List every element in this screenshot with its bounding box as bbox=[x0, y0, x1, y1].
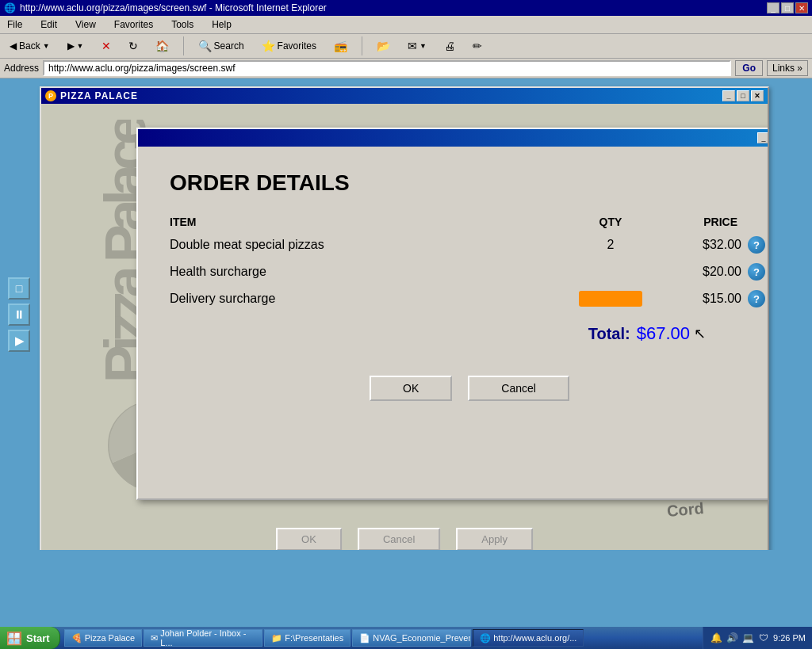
menu-view[interactable]: View bbox=[72, 17, 99, 32]
inbox-icon: ✉ bbox=[151, 633, 158, 643]
dialog-ok-button[interactable]: OK bbox=[370, 376, 452, 401]
order-row-health: Health surcharge $20.00 ? bbox=[170, 263, 768, 281]
home-button[interactable]: 🏠 bbox=[150, 37, 174, 55]
media-icon: 📻 bbox=[334, 40, 347, 52]
mail-dropdown-icon: ▼ bbox=[419, 42, 427, 50]
screen-wrapper: 🌐 http://www.aclu.org/pizza/images/scree… bbox=[0, 0, 812, 649]
forward-button[interactable]: ▶ ▼ bbox=[62, 38, 90, 54]
links-button[interactable]: Links » bbox=[767, 60, 808, 76]
ie-titlebar-left: 🌐 http://www.aclu.org/pizza/images/scree… bbox=[4, 2, 327, 13]
taskbar-item-pizza-palace[interactable]: 🍕 Pizza Palace bbox=[64, 629, 143, 647]
menu-tools[interactable]: Tools bbox=[168, 17, 197, 32]
order-item-1-qty: 2 bbox=[563, 238, 658, 252]
orange-bar-indicator bbox=[579, 291, 642, 307]
ie-maximize-btn[interactable]: □ bbox=[781, 2, 794, 13]
taskbar-item-nvag[interactable]: 📄 NVAG_Economie_Preven... bbox=[352, 629, 471, 647]
info-icon-pizza[interactable]: ? bbox=[748, 236, 765, 254]
taskbar-item-inbox[interactable]: ✉ Johan Polder - Inbox - L... bbox=[144, 629, 262, 647]
history-button[interactable]: 📂 bbox=[371, 37, 396, 55]
pizza-window-title: PIZZA PALACE bbox=[60, 90, 138, 101]
col-header-item: ITEM bbox=[170, 216, 563, 228]
pizza-window-controls: _ □ ✕ bbox=[722, 90, 764, 101]
mail-icon: ✉ bbox=[408, 40, 417, 52]
ie-addressbar: Address Go Links » bbox=[0, 59, 812, 78]
mail-button[interactable]: ✉ ▼ bbox=[402, 37, 432, 55]
search-button[interactable]: 🔍 Search bbox=[193, 37, 250, 55]
back-dropdown-icon: ▼ bbox=[43, 42, 50, 50]
ie-logo-icon: 🌐 bbox=[4, 2, 16, 13]
print-button[interactable]: 🖨 bbox=[439, 37, 461, 55]
pizza-titlebar: P PIZZA PALACE _ □ ✕ bbox=[41, 88, 768, 104]
pizza-content: Pizza Palace _ □ ✕ bbox=[41, 104, 768, 550]
taskbar-item-explorer[interactable]: 📁 F:\Presentaties bbox=[264, 629, 350, 647]
total-label: Total: bbox=[588, 325, 630, 343]
back-arrow-icon: ◀ bbox=[10, 40, 17, 52]
side-btn-square[interactable]: □ bbox=[8, 277, 30, 300]
start-button[interactable]: 🪟 Start bbox=[0, 627, 60, 649]
tray-icon-2: 🔊 bbox=[726, 632, 738, 644]
order-item-1-price-cell: $32.00 ? bbox=[658, 236, 768, 254]
star-icon: ⭐ bbox=[262, 40, 275, 52]
order-item-2-price: $20.00 bbox=[703, 265, 741, 279]
order-details-title: ORDER DETAILS bbox=[170, 170, 768, 196]
menu-help[interactable]: Help bbox=[209, 17, 235, 32]
toolbar-sep-1 bbox=[183, 36, 184, 55]
go-button[interactable]: Go bbox=[735, 60, 763, 76]
stop-button[interactable]: ✕ bbox=[96, 37, 117, 55]
order-item-1-name: Double meat special pizzas bbox=[170, 238, 563, 252]
taskbar-item-aclu[interactable]: 🌐 http://www.aclu.org/... bbox=[473, 629, 584, 647]
refresh-icon: ↻ bbox=[128, 40, 138, 52]
ie-titlebar-controls: _ □ ✕ bbox=[767, 2, 808, 13]
pizza-icon: P bbox=[45, 90, 56, 101]
order-minimize-btn[interactable]: _ bbox=[757, 132, 768, 143]
back-button[interactable]: ◀ Back ▼ bbox=[4, 38, 56, 54]
forward-dropdown-icon: ▼ bbox=[77, 42, 84, 50]
side-btn-pause[interactable]: ⏸ bbox=[8, 304, 30, 326]
menu-edit[interactable]: Edit bbox=[37, 17, 60, 32]
system-tray: 🔔 🔊 💻 🛡 9:26 PM bbox=[703, 627, 812, 649]
order-item-2-price-cell: $20.00 ? bbox=[658, 263, 768, 281]
order-item-3-qty-cell bbox=[563, 291, 658, 307]
cord-label: Cord bbox=[666, 499, 704, 521]
pizza-close-btn[interactable]: ✕ bbox=[751, 90, 764, 101]
edit-button[interactable]: ✏ bbox=[467, 37, 488, 55]
info-icon-health[interactable]: ? bbox=[748, 263, 765, 281]
dialog-cancel-button[interactable]: Cancel bbox=[468, 376, 569, 401]
print-icon: 🖨 bbox=[444, 40, 455, 52]
pizza-ok-button[interactable]: OK bbox=[276, 528, 342, 550]
ie-close-btn[interactable]: ✕ bbox=[795, 2, 808, 13]
pizza-maximize-btn[interactable]: □ bbox=[737, 90, 749, 101]
favorites-button[interactable]: ⭐ Favorites bbox=[256, 37, 322, 55]
refresh-button[interactable]: ↻ bbox=[123, 37, 144, 55]
pizza-minimize-btn[interactable]: _ bbox=[722, 90, 735, 101]
order-row-delivery: Delivery surcharge $15.00 ? bbox=[170, 290, 768, 307]
history-icon: 📂 bbox=[377, 40, 390, 52]
order-item-2-name: Health surcharge bbox=[170, 265, 563, 279]
tray-icon-1: 🔔 bbox=[710, 632, 722, 644]
menu-file[interactable]: File bbox=[4, 17, 25, 32]
home-icon: 🏠 bbox=[155, 40, 169, 52]
col-header-price: PRICE bbox=[658, 216, 768, 228]
address-input[interactable] bbox=[43, 60, 731, 76]
side-btn-play[interactable]: ▶ bbox=[8, 330, 30, 352]
order-item-3-price-cell: $15.00 ? bbox=[658, 290, 768, 307]
pizza-cancel-button[interactable]: Cancel bbox=[358, 528, 440, 550]
info-icon-delivery[interactable]: ? bbox=[748, 290, 765, 307]
edit-icon: ✏ bbox=[473, 40, 482, 52]
col-header-qty: QTY bbox=[563, 216, 658, 228]
media-button[interactable]: 📻 bbox=[328, 37, 353, 55]
order-table: ITEM QTY PRICE Double meat special pizza… bbox=[170, 216, 768, 307]
pizza-bottom-buttons: OK Cancel Apply bbox=[276, 528, 533, 550]
pizza-apply-button[interactable]: Apply bbox=[456, 528, 533, 550]
ie-title: http://www.aclu.org/pizza/images/screen.… bbox=[20, 2, 327, 13]
order-row-pizza: Double meat special pizzas 2 $32.00 ? bbox=[170, 236, 768, 254]
search-icon: 🔍 bbox=[198, 40, 212, 52]
order-dialog: _ □ ✕ ORDER DETAILS ITEM QTY bbox=[136, 128, 768, 500]
taskbar-clock: 9:26 PM bbox=[773, 633, 806, 643]
menu-favorites[interactable]: Favorites bbox=[111, 17, 156, 32]
forward-arrow-icon: ▶ bbox=[67, 40, 75, 52]
document-icon: 📄 bbox=[359, 633, 370, 643]
pizza-palace-window: P PIZZA PALACE _ □ ✕ Pizza Palace bbox=[40, 86, 769, 550]
stop-icon: ✕ bbox=[102, 40, 111, 52]
ie-minimize-btn[interactable]: _ bbox=[767, 2, 779, 13]
